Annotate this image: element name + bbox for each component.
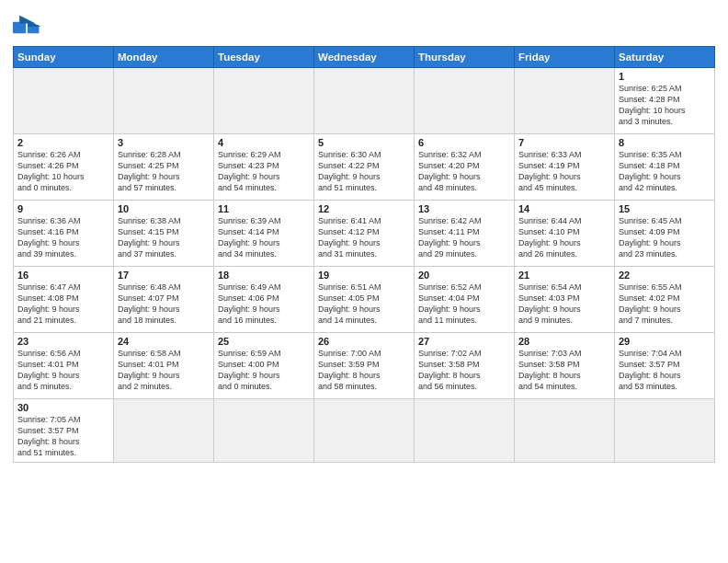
day-info: Sunrise: 7:04 AM Sunset: 3:57 PM Dayligh… <box>619 348 711 393</box>
day-number: 11 <box>218 203 310 214</box>
calendar-cell: 11Sunrise: 6:39 AM Sunset: 4:14 PM Dayli… <box>214 201 314 267</box>
day-number: 29 <box>619 336 711 347</box>
calendar-cell <box>314 399 415 463</box>
day-info: Sunrise: 6:26 AM Sunset: 4:26 PM Dayligh… <box>17 149 109 194</box>
logo <box>13 15 46 40</box>
day-number: 27 <box>418 336 510 347</box>
calendar-cell: 23Sunrise: 6:56 AM Sunset: 4:01 PM Dayli… <box>14 333 114 399</box>
calendar-cell <box>415 68 515 134</box>
calendar-cell: 4Sunrise: 6:29 AM Sunset: 4:23 PM Daylig… <box>214 134 314 201</box>
day-info: Sunrise: 6:54 AM Sunset: 4:03 PM Dayligh… <box>518 282 610 327</box>
day-info: Sunrise: 6:35 AM Sunset: 4:18 PM Dayligh… <box>619 149 711 194</box>
week-row-1: 2Sunrise: 6:26 AM Sunset: 4:26 PM Daylig… <box>14 134 715 201</box>
day-info: Sunrise: 6:38 AM Sunset: 4:15 PM Dayligh… <box>118 215 210 260</box>
day-number: 13 <box>418 203 510 214</box>
week-row-3: 16Sunrise: 6:47 AM Sunset: 4:08 PM Dayli… <box>14 267 715 333</box>
day-info: Sunrise: 6:30 AM Sunset: 4:22 PM Dayligh… <box>318 149 410 194</box>
calendar-cell: 16Sunrise: 6:47 AM Sunset: 4:08 PM Dayli… <box>14 267 114 333</box>
calendar-cell: 25Sunrise: 6:59 AM Sunset: 4:00 PM Dayli… <box>214 333 314 399</box>
day-info: Sunrise: 7:03 AM Sunset: 3:58 PM Dayligh… <box>518 348 610 393</box>
calendar-cell: 6Sunrise: 6:32 AM Sunset: 4:20 PM Daylig… <box>415 134 515 201</box>
weekday-header-row: SundayMondayTuesdayWednesdayThursdayFrid… <box>14 47 715 68</box>
calendar-cell: 21Sunrise: 6:54 AM Sunset: 4:03 PM Dayli… <box>515 267 615 333</box>
day-number: 20 <box>418 270 510 281</box>
week-row-2: 9Sunrise: 6:36 AM Sunset: 4:16 PM Daylig… <box>14 201 715 267</box>
calendar-cell: 8Sunrise: 6:35 AM Sunset: 4:18 PM Daylig… <box>615 134 715 201</box>
day-number: 2 <box>17 137 109 148</box>
calendar-cell: 1Sunrise: 6:25 AM Sunset: 4:28 PM Daylig… <box>615 68 715 134</box>
calendar-cell: 10Sunrise: 6:38 AM Sunset: 4:15 PM Dayli… <box>114 201 214 267</box>
calendar-cell: 29Sunrise: 7:04 AM Sunset: 3:57 PM Dayli… <box>615 333 715 399</box>
day-number: 9 <box>17 203 109 214</box>
calendar-cell: 30Sunrise: 7:05 AM Sunset: 3:57 PM Dayli… <box>14 399 114 463</box>
calendar-cell <box>114 399 214 463</box>
day-number: 19 <box>318 270 410 281</box>
week-row-4: 23Sunrise: 6:56 AM Sunset: 4:01 PM Dayli… <box>14 333 715 399</box>
day-info: Sunrise: 6:58 AM Sunset: 4:01 PM Dayligh… <box>118 348 210 393</box>
day-info: Sunrise: 6:49 AM Sunset: 4:06 PM Dayligh… <box>218 282 310 327</box>
day-number: 22 <box>619 270 711 281</box>
calendar-cell: 13Sunrise: 6:42 AM Sunset: 4:11 PM Dayli… <box>415 201 515 267</box>
calendar-cell: 2Sunrise: 6:26 AM Sunset: 4:26 PM Daylig… <box>14 134 114 201</box>
day-number: 1 <box>619 71 711 82</box>
week-row-0: 1Sunrise: 6:25 AM Sunset: 4:28 PM Daylig… <box>14 68 715 134</box>
day-info: Sunrise: 6:55 AM Sunset: 4:02 PM Dayligh… <box>619 282 711 327</box>
weekday-header-thursday: Thursday <box>415 47 515 68</box>
svg-marker-3 <box>28 20 40 27</box>
day-info: Sunrise: 6:36 AM Sunset: 4:16 PM Dayligh… <box>17 215 109 260</box>
day-number: 24 <box>118 336 210 347</box>
day-number: 10 <box>118 203 210 214</box>
calendar-cell <box>415 399 515 463</box>
day-info: Sunrise: 6:59 AM Sunset: 4:00 PM Dayligh… <box>218 348 310 393</box>
day-info: Sunrise: 6:48 AM Sunset: 4:07 PM Dayligh… <box>118 282 210 327</box>
weekday-header-saturday: Saturday <box>615 47 715 68</box>
day-number: 15 <box>619 203 711 214</box>
day-number: 3 <box>118 137 210 148</box>
calendar-cell: 14Sunrise: 6:44 AM Sunset: 4:10 PM Dayli… <box>515 201 615 267</box>
calendar-cell <box>214 68 314 134</box>
day-info: Sunrise: 6:56 AM Sunset: 4:01 PM Dayligh… <box>17 348 109 393</box>
calendar-cell: 17Sunrise: 6:48 AM Sunset: 4:07 PM Dayli… <box>114 267 214 333</box>
header <box>13 9 715 40</box>
calendar-cell: 5Sunrise: 6:30 AM Sunset: 4:22 PM Daylig… <box>314 134 415 201</box>
day-info: Sunrise: 6:32 AM Sunset: 4:20 PM Dayligh… <box>418 149 510 194</box>
calendar-cell <box>515 399 615 463</box>
calendar-cell <box>314 68 415 134</box>
day-info: Sunrise: 6:44 AM Sunset: 4:10 PM Dayligh… <box>518 215 610 260</box>
day-number: 16 <box>17 270 109 281</box>
day-number: 28 <box>518 336 610 347</box>
day-number: 4 <box>218 137 310 148</box>
day-number: 17 <box>118 270 210 281</box>
day-info: Sunrise: 6:51 AM Sunset: 4:05 PM Dayligh… <box>318 282 410 327</box>
calendar-cell: 24Sunrise: 6:58 AM Sunset: 4:01 PM Dayli… <box>114 333 214 399</box>
calendar-cell: 18Sunrise: 6:49 AM Sunset: 4:06 PM Dayli… <box>214 267 314 333</box>
day-info: Sunrise: 6:29 AM Sunset: 4:23 PM Dayligh… <box>218 149 310 194</box>
calendar-cell <box>114 68 214 134</box>
day-number: 26 <box>318 336 410 347</box>
calendar-cell <box>515 68 615 134</box>
calendar-cell <box>214 399 314 463</box>
calendar-cell: 26Sunrise: 7:00 AM Sunset: 3:59 PM Dayli… <box>314 333 415 399</box>
calendar-cell: 15Sunrise: 6:45 AM Sunset: 4:09 PM Dayli… <box>615 201 715 267</box>
day-number: 12 <box>318 203 410 214</box>
day-info: Sunrise: 6:52 AM Sunset: 4:04 PM Dayligh… <box>418 282 510 327</box>
day-number: 18 <box>218 270 310 281</box>
weekday-header-sunday: Sunday <box>14 47 114 68</box>
weekday-header-monday: Monday <box>114 47 214 68</box>
weekday-header-wednesday: Wednesday <box>314 47 415 68</box>
page: SundayMondayTuesdayWednesdayThursdayFrid… <box>0 0 728 563</box>
calendar-cell: 12Sunrise: 6:41 AM Sunset: 4:12 PM Dayli… <box>314 201 415 267</box>
logo-icon <box>13 15 42 40</box>
weekday-header-tuesday: Tuesday <box>214 47 314 68</box>
week-row-5: 30Sunrise: 7:05 AM Sunset: 3:57 PM Dayli… <box>14 399 715 463</box>
calendar-cell: 9Sunrise: 6:36 AM Sunset: 4:16 PM Daylig… <box>14 201 114 267</box>
calendar-cell: 19Sunrise: 6:51 AM Sunset: 4:05 PM Dayli… <box>314 267 415 333</box>
svg-rect-0 <box>13 22 26 33</box>
day-info: Sunrise: 6:33 AM Sunset: 4:19 PM Dayligh… <box>518 149 610 194</box>
calendar-cell: 3Sunrise: 6:28 AM Sunset: 4:25 PM Daylig… <box>114 134 214 201</box>
day-number: 14 <box>518 203 610 214</box>
weekday-header-friday: Friday <box>515 47 615 68</box>
calendar-cell <box>14 68 114 134</box>
day-number: 25 <box>218 336 310 347</box>
day-info: Sunrise: 6:28 AM Sunset: 4:25 PM Dayligh… <box>118 149 210 194</box>
